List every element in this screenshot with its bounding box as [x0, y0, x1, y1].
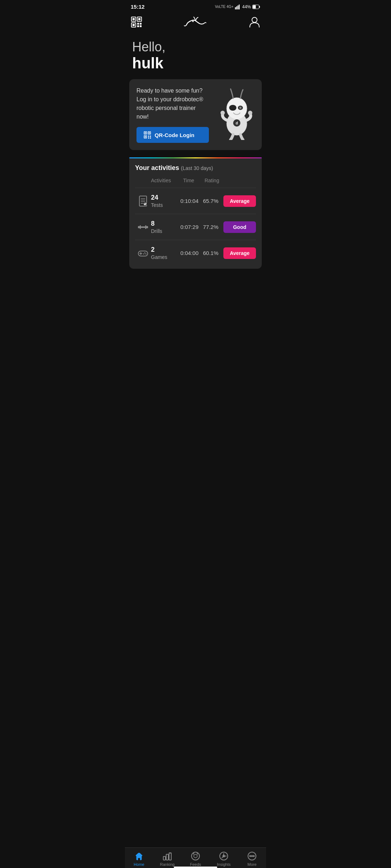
svg-rect-24: [145, 136, 146, 137]
svg-point-37: [248, 111, 252, 115]
signal-icon: [235, 4, 241, 9]
svg-rect-8: [133, 18, 135, 20]
test-name: Tests: [151, 202, 180, 208]
test-icon: [137, 195, 149, 207]
greeting-hello: Hello,: [132, 39, 259, 55]
games-badge: Average: [223, 247, 256, 259]
svg-rect-25: [148, 136, 149, 137]
activity-row-drills: 8 Drills 0:07:29 77.2% Good: [135, 214, 256, 240]
games-icon-col: [135, 247, 151, 259]
svg-rect-27: [148, 137, 149, 139]
drills-time: 0:07:29: [180, 224, 203, 230]
qr-login-label: QR-Code Login: [155, 132, 194, 138]
activities-title-text: Your activities: [135, 164, 179, 171]
drills-icon-col: [135, 221, 151, 233]
activities-subtitle: (Last 30 days): [181, 165, 213, 171]
svg-point-33: [239, 107, 241, 109]
svg-rect-43: [138, 226, 140, 228]
svg-rect-13: [137, 23, 139, 25]
svg-point-52: [146, 253, 147, 254]
svg-rect-20: [145, 132, 146, 133]
test-info: 24 Tests: [151, 194, 180, 208]
svg-rect-47: [146, 226, 148, 228]
col-header-activities: Activities: [151, 178, 183, 183]
svg-rect-16: [140, 25, 142, 27]
activities-title: Your activities (Last 30 days): [135, 164, 256, 172]
svg-rect-26: [150, 136, 151, 137]
games-badge-label: Average: [223, 247, 256, 259]
svg-point-51: [144, 252, 146, 253]
svg-rect-44: [140, 225, 141, 229]
drills-count: 8: [151, 220, 180, 227]
svg-rect-22: [149, 132, 150, 133]
drills-badge-label: Good: [223, 221, 256, 233]
carrier-text: VoLTE 4G+: [215, 5, 234, 9]
dumbbell-icon: [137, 221, 149, 233]
top-nav: [125, 12, 266, 35]
svg-point-18: [252, 17, 257, 22]
svg-point-36: [220, 111, 225, 115]
promo-text: Ready to have some fun? Log in to your d…: [136, 86, 209, 121]
logo-icon: [179, 15, 212, 29]
qr-icon-button[interactable]: [131, 16, 142, 28]
test-badge-label: Average: [223, 195, 256, 207]
svg-rect-45: [141, 226, 145, 228]
status-time: 15:12: [131, 4, 144, 10]
robot-svg: d: [217, 88, 257, 140]
col-header-time: Time: [183, 178, 205, 183]
test-badge: Average: [223, 195, 256, 207]
svg-rect-10: [138, 18, 140, 20]
svg-point-53: [143, 253, 144, 254]
svg-rect-12: [133, 24, 135, 26]
svg-rect-6: [253, 5, 256, 8]
activity-row-games: 2 Games 0:04:00 60.1% Average: [135, 240, 256, 266]
svg-rect-2: [237, 5, 239, 9]
test-count: 24: [151, 194, 180, 201]
games-name: Games: [151, 254, 180, 260]
gamepad-icon: [137, 247, 149, 259]
test-time: 0:10:04: [180, 198, 203, 204]
test-percent: 65.7%: [203, 198, 223, 204]
games-info: 2 Games: [151, 246, 180, 260]
app-logo: [179, 15, 212, 29]
svg-rect-0: [235, 7, 236, 9]
svg-rect-3: [239, 4, 240, 9]
promo-content: Ready to have some fun? Log in to your d…: [136, 86, 209, 143]
activities-table-header: Activities Time Rating: [135, 178, 256, 188]
status-icons: VoLTE 4G+ 44%: [215, 4, 260, 9]
svg-rect-1: [236, 6, 237, 9]
games-percent: 60.1%: [203, 250, 223, 256]
profile-button[interactable]: [249, 16, 260, 28]
qr-login-button[interactable]: QR-Code Login: [136, 127, 209, 143]
svg-rect-5: [259, 6, 260, 8]
drills-percent: 77.2%: [203, 224, 223, 230]
svg-rect-14: [140, 23, 142, 25]
battery-text: 44%: [242, 4, 251, 9]
games-count: 2: [151, 246, 180, 254]
drills-info: 8 Drills: [151, 220, 180, 234]
drills-badge: Good: [223, 221, 256, 233]
greeting-username: hulk: [132, 55, 259, 72]
status-bar: 15:12 VoLTE 4G+ 44%: [125, 0, 266, 12]
activities-section: Your activities (Last 30 days) Activitie…: [129, 158, 262, 269]
svg-point-17: [192, 21, 194, 22]
drills-name: Drills: [151, 228, 180, 234]
games-time: 0:04:00: [180, 250, 203, 256]
svg-rect-15: [137, 25, 139, 27]
col-header-rating: Rating: [205, 178, 230, 183]
activity-row-tests: 24 Tests 0:10:04 65.7% Average: [135, 188, 256, 214]
svg-text:d: d: [236, 121, 238, 125]
svg-rect-28: [150, 137, 151, 139]
qr-btn-icon: [144, 131, 151, 139]
test-icon-col: [135, 195, 151, 207]
svg-rect-46: [145, 225, 146, 229]
greeting-section: Hello, hulk: [125, 35, 266, 79]
battery-icon: [252, 5, 260, 9]
svg-point-31: [229, 105, 236, 111]
robot-character: d: [213, 86, 260, 141]
promo-card: Ready to have some fun? Log in to your d…: [129, 79, 262, 150]
